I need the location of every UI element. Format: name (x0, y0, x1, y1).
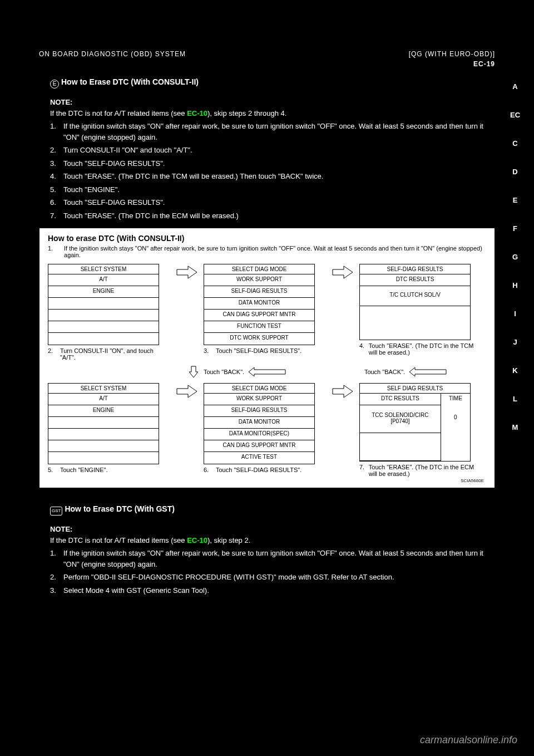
list-item: 5.Touch "ENGINE". (50, 184, 484, 195)
section-gst: GST How to Erase DTC (With GST) NOTE: If… (0, 495, 534, 596)
section-consult: E How to Erase DTC (With CONSULT-II) NOT… (0, 68, 534, 221)
list-item: 1.If the ignition switch stays "ON" afte… (50, 548, 484, 570)
note-text: If the DTC is not for A/T related items … (50, 108, 484, 119)
tab-f[interactable]: F (508, 224, 522, 233)
arrow-left-icon (248, 367, 286, 377)
watermark: carmanualsonline.info (420, 734, 517, 746)
header-left: ON BOARD DIAGNOSTIC (OBD) SYSTEM (39, 50, 186, 58)
screen-select-system-1: SELECT SYSTEM A/T ENGINE (48, 264, 159, 345)
tab-ec[interactable]: EC (508, 111, 522, 119)
list-item: 3.Select Mode 4 with GST (Generic Scan T… (50, 585, 484, 596)
tab-d[interactable]: D (508, 168, 522, 176)
arrow-right-icon (176, 264, 198, 281)
list-item: 2.Perform "OBD-II SELF-DIAGNOSTIC PROCED… (50, 572, 484, 583)
screen-diag-mode-2: SELECT DIAG MODE WORK SUPPORT SELF-DIAG … (204, 383, 315, 464)
arrow-right-icon (176, 383, 198, 400)
screen-diag-mode-1: SELECT DIAG MODE WORK SUPPORT SELF-DIAG … (204, 264, 315, 345)
arrow-right-icon (332, 383, 354, 400)
header-right: [QG (WITH EURO-OBD)] (409, 50, 495, 58)
note-label: NOTE: (50, 524, 484, 535)
tab-c[interactable]: C (508, 139, 522, 148)
link-ec10[interactable]: EC-10 (187, 109, 207, 117)
list-item: 4.Touch "ERASE". (The DTC in the TCM wil… (50, 171, 484, 182)
arrow-left-icon (408, 367, 447, 377)
arrow-down-icon (187, 365, 200, 379)
tab-h[interactable]: H (508, 281, 522, 289)
list-item: 3.Touch "SELF-DIAG RESULTS". (50, 158, 484, 169)
tab-k[interactable]: K (508, 366, 522, 375)
list-item: 6.Touch "SELF-DIAG RESULTS". (50, 197, 484, 208)
list-item: 7.Touch "ERASE". (The DTC in the ECM wil… (50, 210, 484, 222)
tab-i[interactable]: I (508, 310, 522, 318)
list-item: 1.If the ignition switch stays "ON" afte… (50, 121, 484, 143)
list-item: 2.Turn CONSULT-II "ON" and touch "A/T". (50, 145, 484, 156)
gst-icon: GST (50, 507, 62, 516)
screen-results-1: SELF-DIAG RESULTS DTC RESULTS T/C CLUTCH… (359, 264, 471, 340)
tab-a[interactable]: A (508, 82, 522, 91)
diagram-code: SCIA5680E (48, 477, 486, 484)
side-tabs: A EC C D E F G H I J K L M (508, 82, 522, 431)
page-number: EC-19 (473, 60, 495, 68)
tab-j[interactable]: J (508, 338, 522, 346)
page-header: ON BOARD DIAGNOSTIC (OBD) SYSTEM [QG (WI… (0, 0, 534, 68)
tab-l[interactable]: L (508, 395, 522, 403)
tab-m[interactable]: M (508, 423, 522, 431)
note-label: NOTE: (50, 97, 484, 108)
screen-results-2: SELF DIAG RESULTS DTC RESULTS TIME TCC S… (359, 383, 471, 462)
tab-e[interactable]: E (508, 196, 522, 204)
note-text: If the DTC is not for A/T related items … (50, 535, 484, 546)
consult-icon: E (50, 80, 59, 89)
screen-select-system-2: SELECT SYSTEM A/T ENGINE (48, 383, 159, 464)
section1-label: How to Erase DTC (With CONSULT-II) (61, 76, 199, 88)
link-ec10[interactable]: EC-10 (187, 536, 207, 544)
diagram-title: How to erase DTC (With CONSULT-II) (48, 234, 486, 243)
tab-g[interactable]: G (508, 253, 522, 261)
diagram-box: How to erase DTC (With CONSULT-II) 1.If … (39, 228, 495, 488)
arrow-right-icon (332, 264, 354, 281)
section2-label: How to Erase DTC (With GST) (65, 503, 174, 515)
